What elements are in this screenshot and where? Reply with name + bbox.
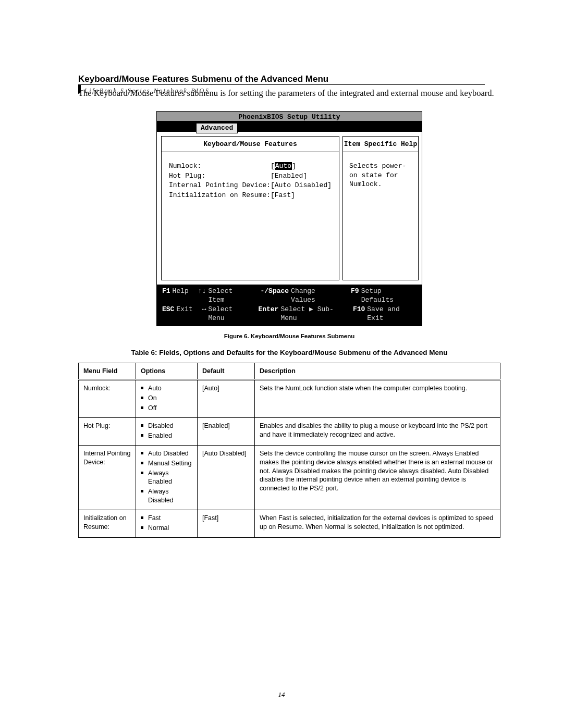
option-item: Normal (148, 524, 192, 533)
setup-defaults-label: Setup Defaults (361, 287, 417, 305)
cell-menu-field: Internal Pointing Device: (79, 445, 136, 510)
bios-setting-label: Numlock: (169, 162, 271, 171)
hotkey-f1[interactable]: F1 (162, 287, 170, 305)
bios-setting-value[interactable]: [Enabled] (271, 171, 307, 181)
exit-label: Exit (176, 305, 192, 323)
select-submenu-label: Select ▶ Sub-Menu (280, 305, 343, 323)
fields-table: Menu Field Options Default Description N… (78, 363, 500, 538)
bios-panel-heading: Keyboard/Mouse Features (162, 137, 339, 153)
page: LifeBook S Series Notebook BIOS Keyboard… (0, 0, 563, 728)
hotkey-enter[interactable]: Enter (258, 305, 278, 323)
page-number: 14 (0, 690, 563, 699)
cell-default: [Enabled] (198, 418, 255, 446)
bios-menubar: Advanced (157, 121, 422, 132)
table-row: Internal Pointing Device:Auto DisabledMa… (79, 445, 500, 510)
bios-setting-row[interactable]: Initialization on Resume:[Fast] (169, 191, 332, 200)
bios-help-heading: Item Specific Help (343, 137, 418, 153)
cell-menu-field: Hot Plug: (79, 418, 136, 446)
bios-setting-label: Internal Pointing Device: (169, 181, 271, 190)
bios-settings-panel: Keyboard/Mouse Features Numlock:[Auto]Ho… (161, 136, 339, 280)
table-caption: Table 6: Fields, Options and Defaults fo… (78, 349, 500, 357)
bios-footer: F1 Help ↑↓ Select Item -/Space Change Va… (157, 285, 422, 326)
col-description: Description (255, 363, 500, 380)
bios-setting-value[interactable]: [Fast] (271, 191, 295, 200)
change-values-label: Change Values (291, 287, 341, 305)
select-item-label: Select Item (208, 287, 251, 305)
cell-description: Sets the device controlling the mouse cu… (255, 445, 500, 510)
header-ornament (78, 84, 81, 94)
select-menu-label: Select Menu (208, 305, 249, 323)
option-item: On (148, 394, 192, 403)
section-heading: Keyboard/Mouse Features Submenu of the A… (78, 74, 500, 84)
col-menu-field: Menu Field (79, 363, 136, 380)
cell-default: [Auto] (198, 380, 255, 418)
col-options: Options (136, 363, 198, 380)
cell-default: [Auto Disabled] (198, 445, 255, 510)
cell-description: When Fast is selected, initialization fo… (255, 510, 500, 538)
running-header: LifeBook S Series Notebook BIOS (84, 88, 210, 94)
arrow-left-right-icon: ↔ (202, 305, 206, 323)
cell-options: AutoOnOff (136, 380, 198, 418)
bios-setting-row[interactable]: Numlock:[Auto] (169, 162, 332, 171)
bios-help-text: Selects power-on state for Numlock. (343, 152, 418, 199)
bios-titlebar: PhoenixBIOS Setup Utility (157, 112, 422, 121)
bios-tab-advanced[interactable]: Advanced (196, 123, 238, 134)
option-item: Fast (148, 514, 192, 523)
option-item: Disabled (148, 422, 192, 430)
cell-menu-field: Initialization on Resume: (79, 510, 136, 538)
option-item: Auto (148, 384, 192, 393)
cell-options: FastNormal (136, 510, 198, 538)
option-item: Manual Setting (148, 459, 192, 468)
hotkey-f1-label: Help (173, 287, 189, 305)
cell-description: Enables and disables the ability to plug… (255, 418, 500, 446)
table-row: Numlock:AutoOnOff[Auto]Sets the NumLock … (79, 380, 500, 418)
bios-setting-value[interactable]: [Auto Disabled] (271, 181, 332, 190)
bios-setting-row[interactable]: Hot Plug:[Enabled] (169, 171, 332, 181)
bios-setting-label: Hot Plug: (169, 171, 271, 181)
hotkey-f9[interactable]: F9 (351, 287, 359, 305)
cell-menu-field: Numlock: (79, 380, 136, 418)
table-header-row: Menu Field Options Default Description (79, 363, 500, 380)
arrow-up-down-icon: ↑↓ (198, 287, 206, 305)
option-item: Always Disabled (148, 487, 192, 505)
bios-setting-row[interactable]: Internal Pointing Device:[Auto Disabled] (169, 181, 332, 190)
bios-setting-label: Initialization on Resume: (169, 191, 271, 200)
option-item: Enabled (148, 431, 192, 440)
option-item: Off (148, 404, 192, 413)
bios-screenshot: PhoenixBIOS Setup Utility Advanced Keybo… (156, 111, 422, 326)
hotkey-minus-space[interactable]: -/Space (260, 287, 289, 305)
bios-help-panel: Item Specific Help Selects power-on stat… (342, 136, 419, 280)
table-row: Hot Plug:DisabledEnabled[Enabled]Enables… (79, 418, 500, 446)
cell-options: DisabledEnabled (136, 418, 198, 446)
bios-window: PhoenixBIOS Setup Utility Advanced Keybo… (156, 111, 422, 326)
cell-options: Auto DisabledManual SettingAlways Enable… (136, 445, 198, 510)
figure-caption: Figure 6. Keyboard/Mouse Features Submen… (78, 334, 500, 340)
save-exit-label: Save and Exit (367, 305, 417, 323)
option-item: Always Enabled (148, 469, 192, 487)
header-rule (78, 84, 485, 85)
cell-default: [Fast] (198, 510, 255, 538)
cell-description: Sets the NumLock function state when the… (255, 380, 500, 418)
hotkey-f10[interactable]: F10 (353, 305, 365, 323)
col-default: Default (198, 363, 255, 380)
hotkey-esc[interactable]: ESC (162, 305, 174, 323)
option-item: Auto Disabled (148, 449, 192, 458)
table-row: Initialization on Resume:FastNormal[Fast… (79, 510, 500, 538)
bios-setting-value[interactable]: [Auto] (271, 162, 296, 171)
